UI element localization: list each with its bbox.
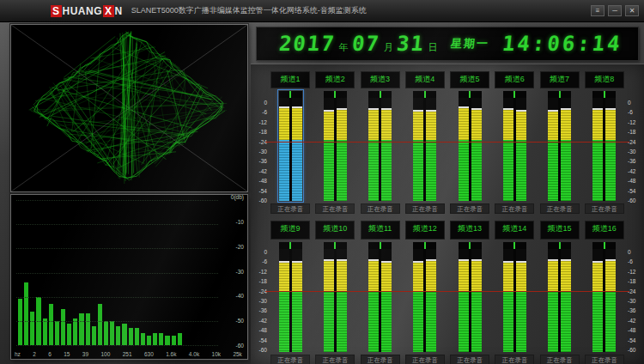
channel-频道11[interactable]: 频道11正在录音 (360, 214, 401, 364)
logo-part: HUANG (63, 5, 103, 17)
level-fill (592, 261, 603, 352)
stereo-bars (413, 98, 436, 201)
menu-icon[interactable]: ≡ (591, 5, 605, 16)
spectrum-bar (141, 333, 145, 345)
level-fill (368, 259, 379, 352)
recording-status: 正在录音 (450, 355, 489, 364)
peak-strip (324, 242, 347, 249)
db-scale-tick: -18 (628, 130, 642, 135)
spectrum-bar (159, 333, 163, 345)
bar-right (381, 98, 392, 201)
stereo-bars (592, 98, 616, 201)
spectrum-x-tick: 100 (100, 351, 110, 357)
app-title: SLANET5000数字广播非编媒体监控管一体化网络系统-音频监测系统 (131, 5, 367, 16)
recording-status: 正在录音 (270, 355, 310, 364)
spectrum-bar (86, 313, 90, 345)
channel-频道15[interactable]: 频道15正在录音 (539, 214, 580, 364)
channel-频道9[interactable]: 频道9正在录音 (270, 214, 311, 364)
level-fill (471, 259, 482, 352)
level-meter[interactable] (412, 241, 437, 353)
db-scale-tick: -42 (252, 318, 267, 324)
db-scale-right: 0-6-12-18-24-30-36-42-48-54-60 (628, 250, 642, 353)
recording-status: 正在录音 (361, 355, 400, 364)
peak-strip (503, 91, 526, 98)
stereo-bars (503, 98, 526, 201)
level-fill (605, 108, 616, 201)
goniometer-panel (10, 24, 248, 192)
bar-left (592, 249, 603, 352)
db-scale-right: 0-6-12-18-24-30-36-42-48-54-60 (628, 100, 642, 203)
level-meter[interactable] (502, 90, 527, 202)
clock-year-label: 年 (339, 41, 349, 54)
bar-left (368, 98, 379, 201)
channel-频道1[interactable]: 频道1正在录音 (270, 64, 311, 214)
channel-频道14[interactable]: 频道14正在录音 (494, 214, 535, 364)
db-scale-tick: -48 (628, 179, 642, 184)
db-scale-tick: -24 (628, 289, 642, 294)
level-meter[interactable] (592, 241, 617, 353)
level-meter[interactable] (323, 241, 348, 353)
level-meter[interactable] (458, 90, 483, 202)
level-meter[interactable] (547, 241, 572, 353)
channel-频道3[interactable]: 频道3正在录音 (360, 64, 401, 214)
recording-status: 正在录音 (450, 203, 489, 214)
spectrum-bar (110, 321, 114, 345)
stereo-bars (459, 249, 482, 352)
spectrum-bar (153, 333, 157, 345)
level-meter[interactable] (592, 90, 617, 202)
bar-right (471, 249, 482, 352)
peak-indicator (424, 91, 426, 98)
spectrum-y-tick: -20 (236, 243, 244, 249)
channel-频道8[interactable]: 频道8正在录音 (584, 64, 625, 214)
stereo-bars (324, 249, 347, 352)
channel-label: 频道11 (361, 221, 400, 240)
channel-频道12[interactable]: 频道12正在录音 (404, 214, 446, 364)
level-meter[interactable] (278, 241, 303, 353)
db-scale-tick: -6 (628, 259, 642, 264)
channel-频道4[interactable]: 频道4正在录音 (404, 64, 446, 214)
level-meter[interactable] (368, 90, 392, 202)
minimize-icon[interactable]: ─ (608, 5, 622, 16)
titlebar: SHUANGXN SLANET5000数字广播非编媒体监控管一体化网络系统-音频… (0, 0, 644, 22)
level-meter[interactable] (458, 241, 483, 353)
threshold-line (265, 142, 629, 143)
spectrum-x-axis: hz2615391002516301.6k4.0k10k25k (15, 351, 242, 357)
bar-left (459, 249, 469, 352)
db-scale-tick: -48 (252, 179, 267, 184)
clock-weekday: 星期一 (450, 36, 490, 52)
level-meter[interactable] (368, 241, 392, 353)
spectrum-bar (43, 318, 47, 345)
channel-频道6[interactable]: 频道6正在录音 (494, 64, 535, 214)
clock-day-label: 日 (428, 41, 438, 54)
level-meter[interactable] (547, 90, 572, 202)
channel-频道2[interactable]: 频道2正在录音 (314, 64, 355, 214)
bar-right (471, 98, 482, 201)
level-fill (592, 108, 603, 201)
bar-right (292, 98, 302, 201)
channel-频道13[interactable]: 频道13正在录音 (449, 214, 490, 364)
bar-left (324, 98, 334, 201)
level-fill (548, 110, 558, 201)
level-meter[interactable] (502, 241, 527, 353)
level-meter[interactable] (412, 90, 437, 202)
clock-day: 31 (395, 32, 426, 56)
bar-right (426, 249, 436, 352)
channel-频道16[interactable]: 频道16正在录音 (584, 214, 625, 364)
level-fill (337, 259, 347, 352)
channel-label: 频道9 (270, 221, 310, 240)
level-fill (561, 259, 571, 352)
level-meter[interactable] (323, 90, 348, 202)
level-meter[interactable] (278, 90, 303, 202)
recording-status: 正在录音 (405, 203, 445, 214)
channel-频道5[interactable]: 频道5正在录音 (449, 64, 490, 214)
level-fill (279, 261, 289, 352)
db-scale-tick: -36 (628, 159, 642, 164)
spectrum-y-axis: 0(db)-10-20-30-40-50-60 (220, 197, 244, 345)
channel-频道10[interactable]: 频道10正在录音 (314, 214, 355, 364)
channel-频道7[interactable]: 频道7正在录音 (539, 64, 580, 214)
peak-strip (368, 91, 392, 98)
level-fill (368, 108, 379, 201)
recording-status: 正在录音 (270, 203, 310, 214)
db-scale-tick: -42 (628, 318, 642, 324)
close-icon[interactable]: ✕ (625, 5, 639, 16)
